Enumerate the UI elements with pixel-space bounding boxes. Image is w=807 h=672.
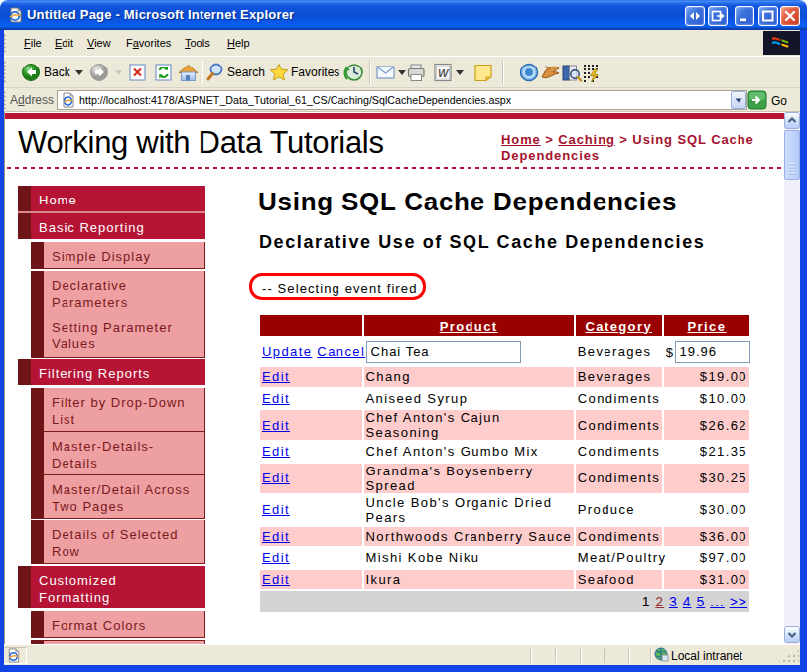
svg-text:Search: Search — [227, 66, 265, 79]
svg-text:Favorites: Favorites — [291, 66, 339, 79]
svg-text:Back: Back — [44, 66, 71, 79]
svg-text:W: W — [438, 67, 450, 79]
svg-text:Go: Go — [771, 94, 787, 108]
